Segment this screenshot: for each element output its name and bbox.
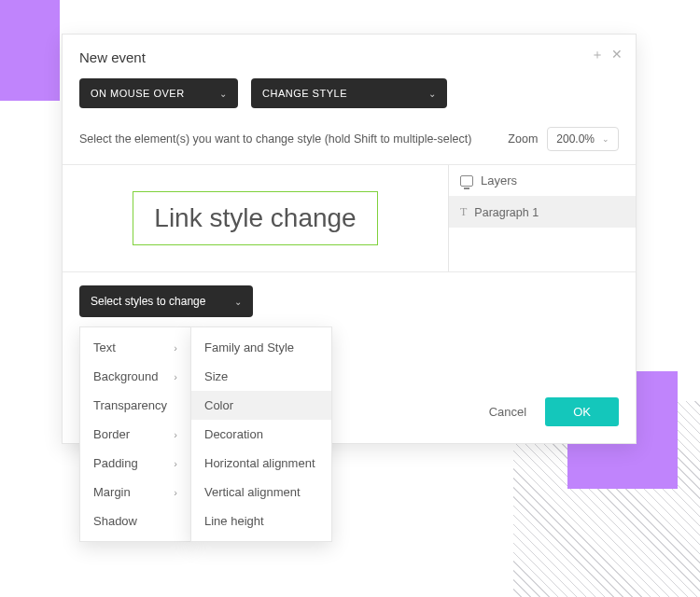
menu-item-label: Transparency	[93, 398, 167, 412]
chevron-right-icon: ›	[174, 458, 177, 469]
zoom-select[interactable]: 200.0% ⌄	[547, 127, 619, 151]
chevron-right-icon: ›	[174, 371, 177, 382]
trigger-select-label: ON MOUSE OVER	[91, 88, 185, 99]
submenu-item-color[interactable]: Color	[191, 391, 331, 420]
menu-item-background[interactable]: Background›	[80, 362, 190, 391]
new-event-dialog: New event ＋ ✕ ON MOUSE OVER ⌄ CHANGE STY…	[62, 34, 637, 444]
header-controls: ＋ ✕	[591, 48, 623, 61]
action-select[interactable]: CHANGE STYLE ⌄	[251, 78, 447, 108]
zoom-label: Zoom	[508, 132, 538, 146]
menu-item-label: Background	[93, 369, 158, 383]
canvas-layers-row: Link style change Layers T Paragraph 1	[63, 164, 636, 272]
zoom-value: 200.0%	[556, 132, 595, 146]
dialog-header: New event ＋ ✕	[63, 35, 636, 78]
select-styles-label: Select styles to change	[91, 295, 205, 308]
chevron-down-icon: ⌄	[428, 89, 437, 99]
zoom-group: Zoom 200.0% ⌄	[508, 127, 619, 151]
add-icon[interactable]: ＋	[591, 48, 604, 61]
trigger-select[interactable]: ON MOUSE OVER ⌄	[79, 78, 238, 108]
text-icon: T	[460, 205, 467, 219]
chevron-down-icon: ⌄	[219, 89, 228, 99]
dialog-title: New event	[79, 49, 619, 65]
chevron-right-icon: ›	[174, 342, 177, 354]
submenu-item-size[interactable]: Size	[191, 362, 331, 391]
menu-item-label: Padding	[93, 456, 138, 470]
menu-item-label: Margin	[93, 485, 131, 499]
submenu-item-label: Vertical alignment	[204, 485, 301, 499]
submenu-item-label: Family and Style	[204, 340, 294, 354]
submenu-item-label: Horizontal alignment	[204, 456, 315, 470]
submenu-item-label: Color	[204, 398, 233, 412]
submenu-item-horizontal-alignment[interactable]: Horizontal alignment	[191, 449, 331, 478]
layer-item-label: Paragraph 1	[474, 206, 539, 219]
submenu-item-line-height[interactable]: Line height	[191, 507, 331, 535]
action-select-label: CHANGE STYLE	[262, 88, 347, 99]
menu-item-shadow[interactable]: Shadow	[80, 507, 190, 535]
submenu-item-label: Decoration	[204, 427, 263, 441]
chevron-right-icon: ›	[174, 487, 177, 498]
monitor-icon	[460, 175, 473, 187]
submenu-item-label: Line height	[204, 514, 264, 528]
canvas-text: Link style change	[154, 203, 356, 232]
layers-panel: Layers T Paragraph 1	[449, 165, 636, 271]
footer-buttons: Cancel OK	[489, 397, 619, 426]
menu-item-text[interactable]: Text›	[80, 333, 190, 362]
chevron-right-icon: ›	[174, 429, 177, 440]
styles-cascade-menu: Text›Background›TransparencyBorder›Paddi…	[79, 326, 332, 542]
submenu-item-vertical-alignment[interactable]: Vertical alignment	[191, 478, 331, 507]
submenu-item-family-and-style[interactable]: Family and Style	[191, 333, 331, 362]
menu-item-border[interactable]: Border›	[80, 420, 190, 449]
chevron-down-icon: ⌄	[602, 134, 609, 144]
menu-item-transparency[interactable]: Transparency	[80, 391, 190, 420]
select-styles-button[interactable]: Select styles to change ⌄	[79, 285, 253, 317]
styles-menu-sub: Family and StyleSizeColorDecorationHoriz…	[190, 326, 332, 542]
select-styles-wrap: Select styles to change ⌄ Text›Backgroun…	[79, 285, 253, 317]
submenu-item-label: Size	[204, 369, 228, 383]
instruction-text: Select the element(s) you want to change…	[79, 132, 471, 146]
cancel-button[interactable]: Cancel	[489, 405, 526, 419]
instruction-row: Select the element(s) you want to change…	[63, 121, 636, 164]
layer-item-paragraph1[interactable]: T Paragraph 1	[449, 197, 636, 228]
dialog-footer: Select styles to change ⌄ Text›Backgroun…	[63, 272, 636, 443]
menu-item-margin[interactable]: Margin›	[80, 478, 190, 507]
chevron-down-icon: ⌄	[234, 297, 242, 307]
event-config-row: ON MOUSE OVER ⌄ CHANGE STYLE ⌄	[63, 78, 636, 121]
menu-item-label: Border	[93, 427, 130, 441]
ok-button[interactable]: OK	[545, 397, 619, 426]
styles-menu-primary: Text›Background›TransparencyBorder›Paddi…	[79, 326, 191, 542]
canvas-area[interactable]: Link style change	[63, 165, 449, 271]
selected-element[interactable]: Link style change	[133, 191, 377, 245]
layers-header-label: Layers	[481, 174, 517, 187]
menu-item-padding[interactable]: Padding›	[80, 449, 190, 478]
menu-item-label: Shadow	[93, 514, 137, 528]
close-icon[interactable]: ✕	[611, 48, 623, 61]
decorative-bg-left	[0, 0, 60, 101]
layers-header: Layers	[449, 165, 636, 197]
menu-item-label: Text	[93, 340, 116, 354]
submenu-item-decoration[interactable]: Decoration	[191, 420, 331, 449]
